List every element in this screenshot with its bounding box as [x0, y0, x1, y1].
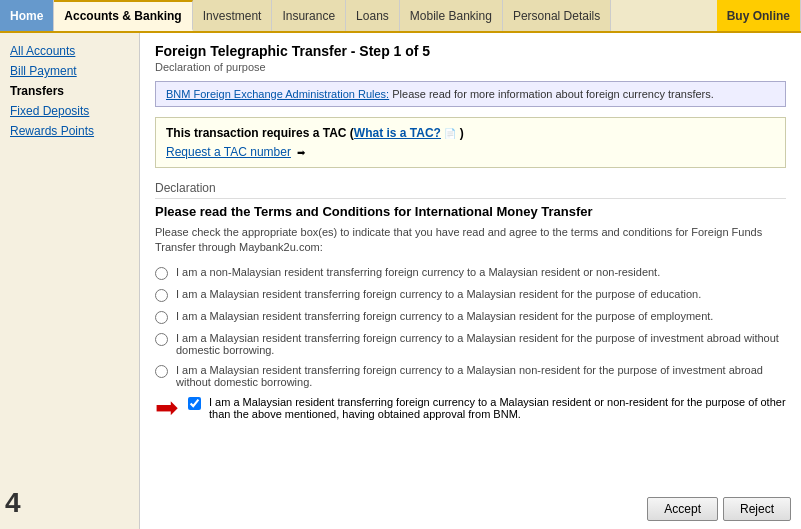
declaration-option-6: I am a Malaysian resident transferring f…	[188, 396, 786, 420]
declaration-option-3: I am a Malaysian resident transferring f…	[155, 310, 786, 324]
declaration-option-1: I am a non-Malaysian resident transferri…	[155, 266, 786, 280]
option-3-text: I am a Malaysian resident transferring f…	[176, 310, 713, 322]
radio-option-1[interactable]	[155, 267, 168, 280]
what-is-tac-link[interactable]: What is a TAC?	[354, 126, 441, 140]
tab-insurance[interactable]: Insurance	[272, 0, 346, 31]
red-arrow-icon: ➡	[155, 394, 178, 422]
tac-icon: 📄	[444, 128, 456, 139]
sidebar-item-transfers: Transfers	[5, 81, 134, 101]
sidebar-item-fixed-deposits[interactable]: Fixed Deposits	[5, 101, 134, 121]
sidebar: All Accounts Bill Payment Transfers Fixe…	[0, 33, 140, 529]
tac-close-paren: )	[460, 126, 464, 140]
info-box: BNM Foreign Exchange Administration Rule…	[155, 81, 786, 107]
radio-option-2[interactable]	[155, 289, 168, 302]
footer-buttons: Accept Reject	[647, 497, 791, 521]
option-4-text: I am a Malaysian resident transferring f…	[176, 332, 786, 356]
radio-option-5[interactable]	[155, 365, 168, 378]
declaration-title: Please read the Terms and Conditions for…	[155, 204, 786, 219]
declaration-intro: Please check the appropriate box(es) to …	[155, 225, 786, 256]
sidebar-item-all-accounts[interactable]: All Accounts	[5, 41, 134, 61]
declaration-label: Declaration	[155, 181, 786, 199]
sidebar-item-rewards-points[interactable]: Rewards Points	[5, 121, 134, 141]
page-subtitle: Declaration of purpose	[155, 61, 786, 73]
option-2-text: I am a Malaysian resident transferring f…	[176, 288, 701, 300]
tac-section: This transaction requires a TAC (What is…	[155, 117, 786, 168]
request-tac-link[interactable]: Request a TAC number	[166, 145, 291, 159]
tac-title: This transaction requires a TAC (What is…	[166, 126, 775, 140]
reject-button[interactable]: Reject	[723, 497, 791, 521]
tab-mobile-banking[interactable]: Mobile Banking	[400, 0, 503, 31]
declaration-option-4: I am a Malaysian resident transferring f…	[155, 332, 786, 356]
tab-investment[interactable]: Investment	[193, 0, 273, 31]
bnm-rules-link[interactable]: BNM Foreign Exchange Administration Rule…	[166, 88, 389, 100]
main-content: Foreign Telegraphic Transfer - Step 1 of…	[140, 33, 801, 529]
info-box-text: Please read for more information about f…	[389, 88, 714, 100]
tac-arrow-icon: ➡	[297, 147, 305, 158]
radio-option-4[interactable]	[155, 333, 168, 346]
radio-option-3[interactable]	[155, 311, 168, 324]
tab-loans[interactable]: Loans	[346, 0, 400, 31]
declaration-section: Declaration Please read the Terms and Co…	[155, 176, 786, 435]
tab-home[interactable]: Home	[0, 0, 54, 31]
option-1-text: I am a non-Malaysian resident transferri…	[176, 266, 660, 278]
page-title: Foreign Telegraphic Transfer - Step 1 of…	[155, 43, 786, 59]
sidebar-item-bill-payment[interactable]: Bill Payment	[5, 61, 134, 81]
tab-accounts-banking[interactable]: Accounts & Banking	[54, 0, 192, 31]
accept-button[interactable]: Accept	[647, 497, 718, 521]
checkbox-option-6[interactable]	[188, 397, 201, 410]
step-number-badge: 4	[5, 487, 21, 519]
declaration-option-6-row: ➡ I am a Malaysian resident transferring…	[155, 396, 786, 422]
tac-title-text: This transaction requires a TAC (	[166, 126, 354, 140]
tab-personal-details[interactable]: Personal Details	[503, 0, 611, 31]
declaration-option-5: I am a Malaysian resident transferring f…	[155, 364, 786, 388]
top-navigation: Home Accounts & Banking Investment Insur…	[0, 0, 801, 33]
declaration-option-2: I am a Malaysian resident transferring f…	[155, 288, 786, 302]
option-6-text: I am a Malaysian resident transferring f…	[209, 396, 786, 420]
tab-buy-online[interactable]: Buy Online	[717, 0, 801, 31]
option-5-text: I am a Malaysian resident transferring f…	[176, 364, 786, 388]
